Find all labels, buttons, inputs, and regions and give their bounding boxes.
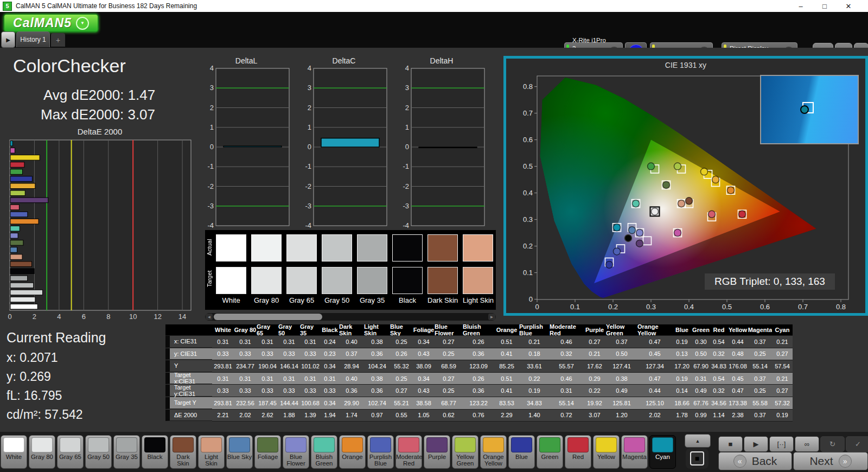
- actual-swatch: [357, 234, 387, 261]
- patch-label: Black: [142, 453, 168, 460]
- close-button[interactable]: ✕: [837, 2, 860, 10]
- table-cell: 18.66: [672, 397, 692, 410]
- table-cell: 0.37: [606, 336, 637, 348]
- scroll-left-icon[interactable]: ◄: [206, 314, 213, 320]
- patch-button-blue[interactable]: Blue: [508, 435, 535, 469]
- calman-logo-text: CalMAN5: [13, 16, 72, 30]
- table-col-header: Orange Yellow: [637, 324, 672, 336]
- minimize-button[interactable]: –: [789, 2, 813, 10]
- table-cell: 0.22: [519, 373, 550, 385]
- patch-button-white[interactable]: White: [1, 435, 27, 469]
- workflow-panel-toggle[interactable]: ▶: [1, 31, 15, 48]
- scrollbar-thumb[interactable]: [214, 314, 322, 320]
- measured-point-blue-sky: [629, 227, 636, 234]
- table-cell: 0.26: [390, 348, 413, 361]
- svg-text:3: 3: [308, 84, 311, 92]
- measure-up-button[interactable]: ▲: [685, 434, 711, 448]
- table-cell: 0.31: [300, 336, 321, 348]
- svg-text:0: 0: [535, 303, 539, 309]
- patch-button-yellow-green[interactable]: Yellow Green: [452, 435, 478, 469]
- patch-button-bluish-green[interactable]: Bluish Green: [311, 435, 337, 469]
- table-cell: 0.48: [727, 348, 748, 361]
- table-cell: 0.26: [463, 336, 494, 348]
- patch-label: Yellow: [593, 453, 619, 460]
- target-row-label: Target: [206, 266, 215, 292]
- patch-button-cyan[interactable]: Cyan: [649, 435, 676, 469]
- patch-button-orange[interactable]: Orange: [339, 435, 366, 469]
- patch-button-yellow[interactable]: Yellow: [593, 435, 620, 469]
- series-button[interactable]: [··]: [769, 436, 794, 452]
- patch-button-gray-35[interactable]: Gray 35: [113, 435, 140, 469]
- measured-point-marker: [800, 105, 809, 114]
- patch-button-magenta[interactable]: Magenta: [621, 435, 648, 469]
- table-cell: 34.56: [710, 397, 727, 410]
- actual-swatch: [463, 234, 493, 261]
- table-cell: 0.31: [234, 373, 257, 385]
- back-button[interactable]: « Back: [718, 452, 792, 470]
- table-cell: 2.29: [494, 410, 519, 422]
- svg-text:3: 3: [405, 84, 409, 92]
- table-col-header: Magenta: [748, 324, 772, 336]
- patch-button-red[interactable]: Red: [565, 435, 591, 469]
- swatch-label: Gray 35: [357, 296, 387, 304]
- next-button[interactable]: Next »: [793, 452, 868, 470]
- table-cell: 187.45: [257, 397, 278, 410]
- patch-button-purplish-blue[interactable]: Purplish Blue: [367, 435, 394, 469]
- patch-button-green[interactable]: Green: [537, 435, 563, 469]
- patch-button-black[interactable]: Black: [142, 435, 168, 469]
- cie-1931-panel[interactable]: CIE 1931 xy 000.10.10.20.20.30.30.40.40.…: [503, 56, 868, 316]
- scroll-right-icon[interactable]: ►: [488, 314, 495, 320]
- swatch-scrollbar[interactable]: ◄ ►: [205, 313, 496, 321]
- table-cell: 55.32: [390, 360, 413, 373]
- patch-label: Gray 35: [114, 453, 139, 460]
- swatch-label: Dark Skin: [427, 296, 458, 304]
- patch-button-moderate-red[interactable]: Moderate Red: [395, 435, 422, 469]
- table-cell: 125.81: [606, 397, 637, 410]
- accept-button[interactable]: ✓: [846, 436, 868, 452]
- table-cell: 104.24: [364, 360, 390, 373]
- patch-button-orange-yellow[interactable]: Orange Yellow: [480, 435, 507, 469]
- table-cell: 0.30: [692, 336, 710, 348]
- restore-button[interactable]: □: [813, 2, 837, 10]
- add-tab-button[interactable]: +: [51, 33, 65, 47]
- table-cell: 2.21: [212, 410, 234, 422]
- patch-button-blue-flower[interactable]: Blue Flower: [283, 435, 309, 469]
- deltae-bar-red: [10, 162, 24, 168]
- patch-button-purple[interactable]: Purple: [424, 435, 450, 469]
- refresh-button[interactable]: ↻: [820, 436, 845, 452]
- continuous-button[interactable]: ∞: [795, 436, 819, 452]
- patch-button-gray-80[interactable]: Gray 80: [29, 435, 55, 469]
- table-cell: 0.14: [672, 385, 692, 397]
- patch-button-foliage[interactable]: Foliage: [254, 435, 281, 469]
- measured-point-yellow: [701, 168, 708, 175]
- table-cell: 0.19: [672, 373, 692, 385]
- patch-button-gray-65[interactable]: Gray 65: [57, 435, 84, 469]
- patch-label: Dark Skin: [170, 453, 196, 467]
- deltae-bar-chart: 02468101214: [4, 136, 195, 320]
- table-cell: 0.40: [339, 336, 364, 348]
- table-cell: 234.77: [234, 360, 257, 373]
- play-button[interactable]: ▶: [744, 436, 768, 452]
- patch-button-blue-sky[interactable]: Blue Sky: [226, 435, 253, 469]
- patch-button-gray-50[interactable]: Gray 50: [85, 435, 112, 469]
- table-cell: 0.38: [364, 336, 390, 348]
- svg-text:0: 0: [210, 143, 214, 151]
- measure-stop-button[interactable]: ■: [686, 448, 709, 469]
- actual-row-label: Actual: [206, 234, 215, 260]
- svg-text:14: 14: [178, 312, 186, 320]
- patch-label: Red: [565, 453, 591, 460]
- delta-chart-deltac: 43210-1-2-3-4: [301, 65, 390, 231]
- stop-button[interactable]: ■: [718, 436, 743, 452]
- svg-text:3: 3: [210, 84, 214, 92]
- tab-history-1[interactable]: History 1: [16, 31, 50, 47]
- patch-button-light-skin[interactable]: Light Skin: [198, 435, 225, 469]
- table-cell: 0.13: [672, 348, 692, 361]
- calman-logo-menu[interactable]: CalMAN5 ▼: [3, 14, 99, 33]
- svg-text:0.1: 0.1: [570, 303, 580, 309]
- table-cell: 0.21: [519, 336, 550, 348]
- svg-text:6: 6: [82, 312, 86, 320]
- current-reading-y: y: 0.269: [7, 369, 51, 384]
- patch-button-dark-skin[interactable]: Dark Skin: [170, 435, 196, 469]
- target-swatch: [357, 267, 387, 294]
- table-cell: 123.09: [463, 360, 494, 373]
